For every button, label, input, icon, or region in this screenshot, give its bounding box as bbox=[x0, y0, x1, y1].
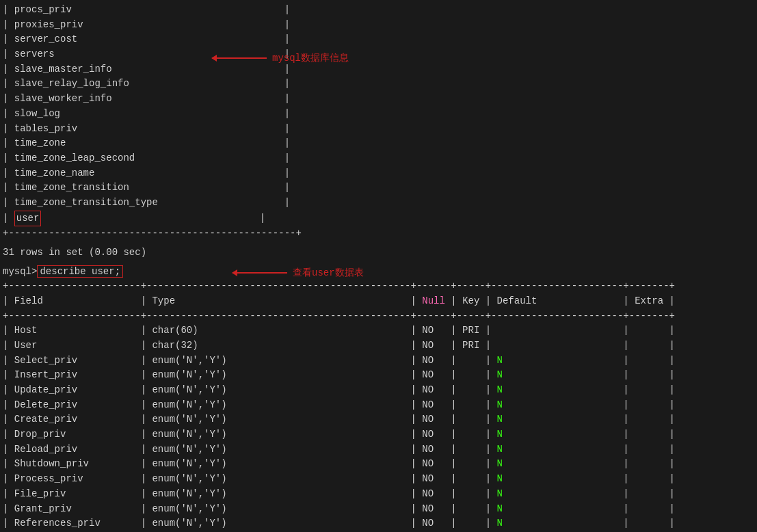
table-content: +-----------------------+---------------… bbox=[0, 279, 757, 532]
command-box: describe user; bbox=[37, 265, 123, 278]
table-section: +-----------------------+---------------… bbox=[0, 279, 757, 532]
table-list: | procs_priv | | proxies_priv | | server… bbox=[0, 3, 757, 241]
cmd-annotation: 查看user数据表 bbox=[233, 267, 364, 279]
command-text: describe user; bbox=[40, 266, 120, 277]
top-section: | procs_priv | | proxies_priv | | server… bbox=[0, 0, 757, 264]
cmd-annotation-text: 查看user数据表 bbox=[293, 267, 364, 279]
mysql-db-annotation-text: mysql数据库信息 bbox=[272, 52, 349, 64]
mysql-db-annotation: mysql数据库信息 bbox=[212, 52, 349, 64]
prompt: mysql> bbox=[3, 266, 37, 277]
row-count-text: 31 rows in set (0.00 sec) bbox=[3, 247, 146, 258]
row-count: 31 rows in set (0.00 sec) bbox=[0, 241, 757, 264]
command-line: mysql> describe user; bbox=[3, 265, 754, 278]
command-section: mysql> describe user; 查看user数据表 bbox=[0, 264, 757, 279]
terminal: | procs_priv | | proxies_priv | | server… bbox=[0, 0, 757, 532]
